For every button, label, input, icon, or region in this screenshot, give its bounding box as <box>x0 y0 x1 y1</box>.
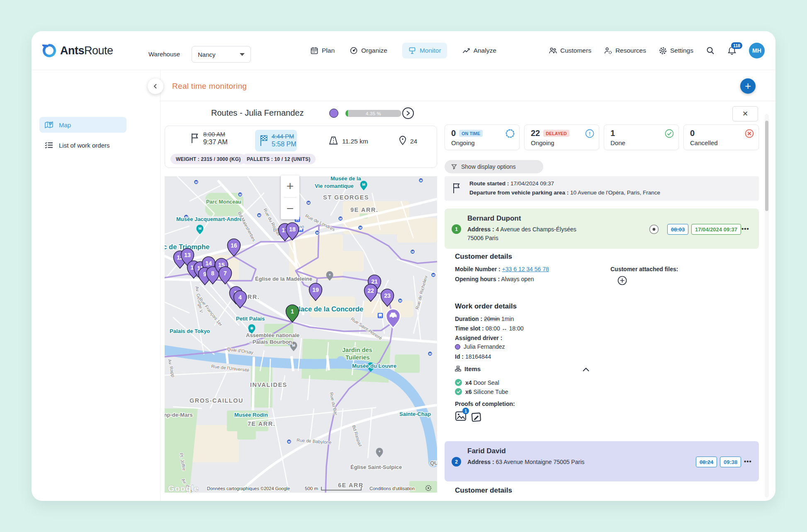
status-card-cancelled: 0 Cancelled <box>683 124 759 150</box>
nav-resources[interactable]: Resources <box>604 46 646 55</box>
app-logo[interactable]: AntsRoute <box>42 44 113 58</box>
map-label: Vie romantique <box>315 183 354 189</box>
status-card-delayed: 22 DELAYED Ongoing ! <box>524 124 599 150</box>
svg-text:M: M <box>195 180 197 184</box>
info-icon: ! <box>584 128 595 139</box>
sidebar-item-map[interactable]: Map <box>39 117 126 133</box>
delayed-count: 22 <box>531 129 540 138</box>
sidebar-item-label: List of work orders <box>59 142 110 149</box>
target-icon[interactable] <box>649 224 659 235</box>
svg-text:M: M <box>359 226 362 230</box>
attached-files-label: Customer attached files: <box>610 266 678 272</box>
map-label: INVALIDES <box>250 381 287 388</box>
delayed-badge: DELAYED <box>543 130 569 137</box>
map-label: Tuileries <box>345 354 370 361</box>
next-route-button[interactable] <box>402 107 414 119</box>
tab-organize[interactable]: Organize <box>350 46 387 55</box>
svg-text:23: 23 <box>384 292 391 299</box>
add-file-button[interactable] <box>617 275 627 286</box>
train-station-icon <box>377 313 383 318</box>
warehouse-select[interactable]: Nancy <box>192 46 251 63</box>
search-icon[interactable] <box>706 46 715 55</box>
nav-settings[interactable]: Settings <box>659 46 693 55</box>
start-flag-icon <box>190 133 200 144</box>
back-button[interactable] <box>148 78 163 94</box>
proof-photo-button[interactable]: 1 <box>455 411 467 421</box>
svg-text:M: M <box>198 226 202 231</box>
nav-tabs: Plan Organize Monitor Analyze <box>310 42 496 59</box>
stop-card-farid[interactable]: 2 Farid David Address : 63 Avenue Montai… <box>445 441 759 481</box>
filter-icon <box>451 163 457 170</box>
nav-customers[interactable]: Customers <box>549 46 591 55</box>
tab-plan[interactable]: Plan <box>310 46 335 55</box>
collapse-chevron-icon[interactable] <box>582 367 590 372</box>
timeslot-line: Time slot : 08:00 ↔ 18:00 <box>455 325 524 332</box>
stop-more-button[interactable]: ••• <box>744 458 752 465</box>
proof-signature-button[interactable] <box>471 412 482 422</box>
assigned-driver-label: Assigned driver : <box>455 335 502 341</box>
svg-text:M: M <box>432 273 435 277</box>
checklist-icon <box>44 141 53 149</box>
show-display-options-button[interactable]: Show display options <box>445 160 543 173</box>
page-title: Real time monitoring <box>172 82 247 91</box>
map-terms-link[interactable]: Conditions d'utilisation <box>369 486 415 491</box>
notifications-bell[interactable]: 118 <box>727 46 737 56</box>
mobile-number-line: Mobile Number : +33 6 12 34 56 78 <box>455 266 549 272</box>
ontime-count: 0 <box>451 129 456 138</box>
items-section-header[interactable]: Items <box>455 365 481 372</box>
map-label: Église de la Madeleine <box>255 276 312 282</box>
customer-details-heading: Customer details <box>455 486 512 495</box>
map-canvas[interactable]: MMMMMMMMMMMMMMMMMMM◉◉+M+ Musée de laVie … <box>165 176 437 493</box>
duration-line: Duration : 20min 1min <box>455 316 514 322</box>
svg-text:M: M <box>307 201 310 205</box>
logo-text: AntsRoute <box>60 44 113 57</box>
close-panel-button[interactable]: ✕ <box>732 106 758 121</box>
tab-analyze[interactable]: Analyze <box>462 46 496 55</box>
sidebar-item-label: Map <box>59 121 71 129</box>
check-circle-icon <box>664 128 675 139</box>
screen: AntsRoute Warehouse Nancy Plan Organize … <box>0 0 807 532</box>
planned-time-chip: 08:24 <box>696 457 717 467</box>
map-label: Musée de la <box>331 176 361 182</box>
end-actual-time: 5:58 PM <box>272 141 297 148</box>
map-label: Sainte-Chap <box>399 411 431 417</box>
stop-card-bernard[interactable]: 1 Bernard Dupont Address : 4 Avenue des … <box>445 209 759 249</box>
user-avatar[interactable]: MH <box>749 43 765 58</box>
svg-text:M: M <box>288 440 290 444</box>
google-logo[interactable]: Google <box>168 484 199 493</box>
start-actual-time: 9:37 AM <box>203 138 228 146</box>
calendar-icon <box>310 46 318 55</box>
signpost-icon <box>408 46 416 55</box>
route-started-banner: Route started : 17/04/2024 09:37 Departu… <box>445 176 759 201</box>
stop-number: 1 <box>452 224 461 234</box>
items-icon <box>455 366 461 372</box>
tab-monitor[interactable]: Monitor <box>402 43 447 58</box>
map-label: Assemblée nationale <box>246 332 299 338</box>
customer-details-heading: Customer details <box>455 253 512 261</box>
item-row: x4 Door Seal <box>455 379 499 386</box>
actual-time-chip: 09:38 <box>720 457 741 467</box>
metro-icon: M <box>419 178 423 183</box>
sidebar-item-work-orders[interactable]: List of work orders <box>39 137 126 153</box>
stop-more-button[interactable]: ••• <box>741 225 749 232</box>
planned-time-chip: 08:03 <box>667 224 688 235</box>
svg-text:8: 8 <box>211 270 214 277</box>
map-label: ST GEORGES <box>323 194 369 201</box>
stop-address: Address : 4 Avenue des Champs-Élysées 75… <box>467 225 588 243</box>
map-label: Église Saint-Sulpice <box>350 464 402 470</box>
map-label: mp-de-Mars <box>165 412 193 418</box>
gauge-icon <box>350 46 358 55</box>
route-progress-bar: 4.35 % <box>345 110 401 117</box>
scrollbar-thumb[interactable] <box>765 121 768 211</box>
svg-text:M: M <box>399 299 401 303</box>
svg-text:22: 22 <box>367 287 374 294</box>
add-button[interactable]: + <box>740 78 756 94</box>
svg-text:4: 4 <box>238 294 242 301</box>
zoom-out-button[interactable]: − <box>281 197 299 219</box>
stop-customer-name: Farid David <box>467 447 506 455</box>
phone-link[interactable]: +33 6 12 34 56 78 <box>502 266 549 272</box>
metro-icon: M <box>257 213 262 218</box>
done-count: 1 <box>610 129 615 138</box>
zoom-in-button[interactable]: + <box>281 175 299 197</box>
people-icon <box>549 46 557 55</box>
